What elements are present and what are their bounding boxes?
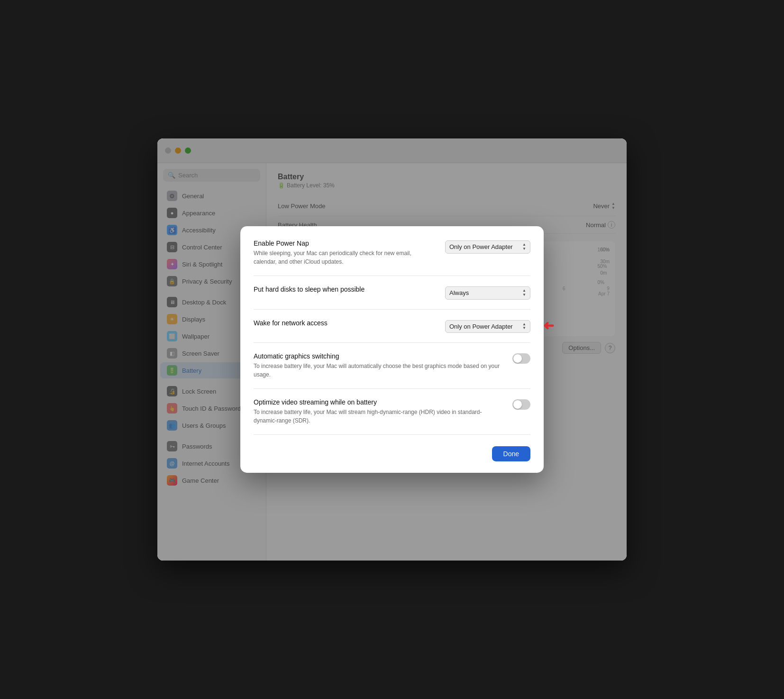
put-disks-title: Put hard disks to sleep when possible bbox=[254, 285, 436, 293]
wake-network-row: Wake for network access Only on Power Ad… bbox=[254, 319, 530, 333]
done-button[interactable]: Done bbox=[492, 446, 530, 461]
wake-network-label-group: Wake for network access bbox=[254, 319, 436, 329]
auto-graphics-control[interactable] bbox=[512, 352, 530, 364]
auto-graphics-title: Automatic graphics switching bbox=[254, 352, 503, 360]
power-nap-arrows[interactable]: ▲ ▼ bbox=[522, 243, 526, 251]
auto-graphics-row: Automatic graphics switching To increase… bbox=[254, 352, 530, 379]
disks-arrows[interactable]: ▲ ▼ bbox=[522, 289, 526, 297]
wake-value: Only on Power Adapter bbox=[449, 323, 513, 330]
optimize-video-control[interactable] bbox=[512, 398, 530, 410]
wake-arrows[interactable]: ▲ ▼ bbox=[522, 322, 526, 331]
optimize-video-toggle[interactable] bbox=[512, 399, 530, 410]
auto-graphics-toggle[interactable] bbox=[512, 353, 530, 364]
enable-power-nap-section: Enable Power Nap While sleeping, your Ma… bbox=[254, 239, 530, 276]
power-nap-arrow-down[interactable]: ▼ bbox=[522, 247, 526, 251]
wake-network-section: Wake for network access Only on Power Ad… bbox=[254, 319, 530, 343]
put-disks-row: Put hard disks to sleep when possible Al… bbox=[254, 285, 530, 300]
optimize-video-row: Optimize video streaming while on batter… bbox=[254, 398, 530, 425]
enable-power-nap-desc: While sleeping, your Mac can periodicall… bbox=[254, 249, 436, 266]
optimize-video-desc: To increase battery life, your Mac will … bbox=[254, 408, 503, 425]
system-preferences-window: 🔍 ⚙ General ● Appearance ♿ Accessibility… bbox=[157, 138, 627, 561]
wake-arrow-down[interactable]: ▼ bbox=[522, 326, 526, 331]
wake-network-title: Wake for network access bbox=[254, 319, 436, 327]
auto-graphics-desc: To increase battery life, your Mac will … bbox=[254, 362, 503, 379]
enable-power-nap-control[interactable]: Only on Power Adapter ▲ ▼ bbox=[445, 239, 530, 254]
red-arrow-annotation: ➜ bbox=[543, 318, 554, 334]
put-disks-section: Put hard disks to sleep when possible Al… bbox=[254, 285, 530, 310]
put-disks-control[interactable]: Always ▲ ▼ bbox=[445, 285, 530, 300]
put-disks-label-group: Put hard disks to sleep when possible bbox=[254, 285, 436, 295]
disks-arrow-down[interactable]: ▼ bbox=[522, 293, 526, 297]
battery-options-modal: Enable Power Nap While sleeping, your Ma… bbox=[240, 226, 544, 473]
enable-power-nap-row: Enable Power Nap While sleeping, your Ma… bbox=[254, 239, 530, 266]
power-nap-select[interactable]: Only on Power Adapter ▲ ▼ bbox=[445, 240, 530, 254]
disks-select[interactable]: Always ▲ ▼ bbox=[445, 286, 530, 300]
wake-select[interactable]: Only on Power Adapter ▲ ▼ bbox=[445, 320, 530, 333]
wake-network-control[interactable]: Only on Power Adapter ▲ ▼ ➜ bbox=[445, 319, 530, 333]
done-btn-row: Done bbox=[254, 446, 530, 461]
auto-graphics-section: Automatic graphics switching To increase… bbox=[254, 352, 530, 389]
optimize-video-label-group: Optimize video streaming while on batter… bbox=[254, 398, 503, 425]
power-nap-value: Only on Power Adapter bbox=[449, 243, 513, 250]
disks-value: Always bbox=[449, 289, 469, 296]
enable-power-nap-title: Enable Power Nap bbox=[254, 239, 436, 247]
optimize-video-section: Optimize video streaming while on batter… bbox=[254, 398, 530, 435]
enable-power-nap-label-group: Enable Power Nap While sleeping, your Ma… bbox=[254, 239, 436, 266]
optimize-video-title: Optimize video streaming while on batter… bbox=[254, 398, 503, 406]
auto-graphics-label-group: Automatic graphics switching To increase… bbox=[254, 352, 503, 379]
